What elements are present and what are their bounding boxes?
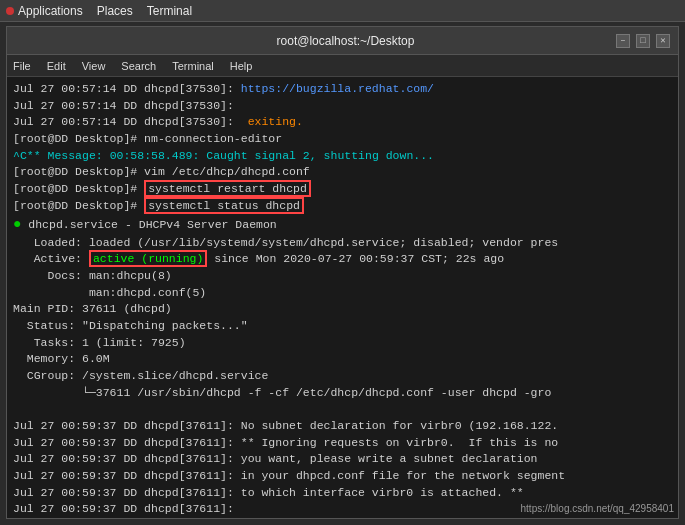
applications-label[interactable]: Applications: [18, 4, 83, 18]
line-23: Jul 27 00:59:37 DD dhcpd[37611]: in your…: [13, 468, 672, 485]
watermark: https://blog.csdn.net/qq_42958401: [521, 502, 674, 517]
menu-view[interactable]: View: [82, 60, 106, 72]
line-2: Jul 27 00:57:14 DD dhcpd[37530]:: [13, 98, 672, 115]
window-title: root@localhost:~/Desktop: [75, 34, 616, 48]
line-1: Jul 27 00:57:14 DD dhcpd[37530]: https:/…: [13, 81, 672, 98]
app-menu-bar: File Edit View Search Terminal Help: [7, 55, 678, 77]
line-15: Status: "Dispatching packets...": [13, 318, 672, 335]
close-button[interactable]: ✕: [656, 34, 670, 48]
line-4: [root@DD Desktop]# nm-connection-editor: [13, 131, 672, 148]
line-22: Jul 27 00:59:37 DD dhcpd[37611]: you wan…: [13, 451, 672, 468]
line-9: ● dhcpd.service - DHCPv4 Server Daemon: [13, 214, 672, 234]
window-controls: – □ ✕: [616, 34, 670, 48]
line-5: ^C** Message: 00:58:58.489: Caught signa…: [13, 148, 672, 165]
line-18: CGroup: /system.slice/dhcpd.service: [13, 368, 672, 385]
terminal-window: root@localhost:~/Desktop – □ ✕ File Edit…: [6, 26, 679, 519]
line-12: Docs: man:dhcpu(8): [13, 268, 672, 285]
menu-search[interactable]: Search: [121, 60, 156, 72]
applications-menu[interactable]: Applications: [6, 4, 83, 18]
line-11: Active: active (running) since Mon 2020-…: [13, 251, 672, 268]
line-16: Tasks: 1 (limit: 7925): [13, 335, 672, 352]
line-8: [root@DD Desktop]# systemctl status dhcp…: [13, 198, 672, 215]
line-7: [root@DD Desktop]# systemctl restart dhc…: [13, 181, 672, 198]
line-24: Jul 27 00:59:37 DD dhcpd[37611]: to whic…: [13, 485, 672, 502]
line-10: Loaded: loaded (/usr/lib/systemd/system/…: [13, 235, 672, 252]
line-6: [root@DD Desktop]# vim /etc/dhcp/dhcpd.c…: [13, 164, 672, 181]
terminal-output[interactable]: Jul 27 00:57:14 DD dhcpd[37530]: https:/…: [7, 77, 678, 518]
line-17: Memory: 6.0M: [13, 351, 672, 368]
line-19: └─37611 /usr/sbin/dhcpd -f -cf /etc/dhcp…: [13, 385, 672, 402]
line-blank: [13, 401, 672, 418]
menu-terminal[interactable]: Terminal: [172, 60, 214, 72]
app-dot: [6, 7, 14, 15]
menu-file[interactable]: File: [13, 60, 31, 72]
places-menu[interactable]: Places: [97, 4, 133, 18]
minimize-button[interactable]: –: [616, 34, 630, 48]
line-3: Jul 27 00:57:14 DD dhcpd[37530]: exiting…: [13, 114, 672, 131]
menu-help[interactable]: Help: [230, 60, 253, 72]
line-13: man:dhcpd.conf(5): [13, 285, 672, 302]
line-14: Main PID: 37611 (dhcpd): [13, 301, 672, 318]
top-menu-bar: Applications Places Terminal: [0, 0, 685, 22]
line-20: Jul 27 00:59:37 DD dhcpd[37611]: No subn…: [13, 418, 672, 435]
menu-edit[interactable]: Edit: [47, 60, 66, 72]
title-bar: root@localhost:~/Desktop – □ ✕: [7, 27, 678, 55]
terminal-menu[interactable]: Terminal: [147, 4, 192, 18]
maximize-button[interactable]: □: [636, 34, 650, 48]
line-21: Jul 27 00:59:37 DD dhcpd[37611]: ** Igno…: [13, 435, 672, 452]
